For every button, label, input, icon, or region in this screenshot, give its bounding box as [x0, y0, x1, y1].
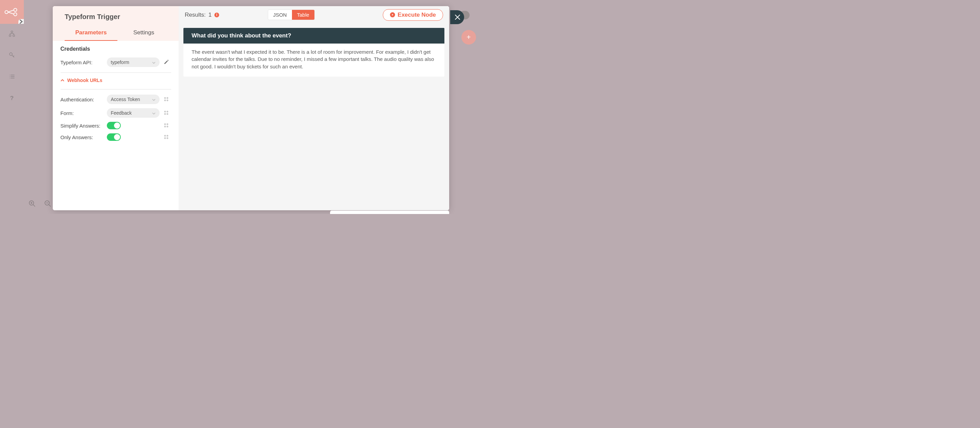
svg-point-31 — [164, 123, 166, 125]
svg-point-23 — [164, 97, 166, 99]
node-output-panel: Results: 1 i JSON Table Execute Node Wh — [179, 6, 449, 211]
simplify-toggle[interactable] — [107, 122, 121, 129]
chevron-down-icon — [152, 110, 156, 116]
svg-point-28 — [166, 111, 168, 112]
form-value: Feedback — [111, 110, 132, 116]
svg-line-21 — [49, 205, 51, 207]
node-editor-modal: Typeform Trigger Parameters Settings Cre… — [53, 6, 449, 211]
credentials-heading: Credentials — [60, 46, 171, 52]
svg-rect-5 — [11, 31, 13, 33]
webhook-urls-toggle[interactable]: Webhook URLs — [60, 76, 171, 86]
auth-value: Access Token — [111, 97, 140, 102]
svg-point-38 — [166, 137, 168, 139]
auth-select[interactable]: Access Token — [107, 95, 159, 104]
svg-point-32 — [166, 123, 168, 125]
close-icon — [454, 14, 461, 21]
app-logo[interactable] — [0, 0, 24, 24]
close-button[interactable] — [450, 10, 464, 24]
svg-rect-7 — [13, 35, 14, 37]
zoom-controls — [29, 200, 51, 207]
sidebar-collapse-toggle[interactable] — [18, 19, 24, 24]
result-question: What did you think about the event? — [183, 28, 444, 43]
view-json-button[interactable]: JSON — [268, 10, 292, 20]
form-select[interactable]: Feedback — [107, 108, 159, 118]
view-mode-segmented: JSON Table — [268, 10, 315, 20]
svg-point-33 — [164, 126, 166, 127]
help-icon[interactable]: ? — [9, 95, 15, 101]
svg-point-36 — [166, 135, 168, 137]
node-config-panel: Typeform Trigger Parameters Settings Cre… — [53, 6, 179, 211]
edit-credential-icon[interactable] — [164, 59, 169, 65]
only-answers-label: Only Answers: — [60, 134, 107, 140]
credential-value: typeform — [111, 59, 129, 65]
svg-text:?: ? — [10, 95, 14, 101]
only-answers-toggle[interactable] — [107, 134, 121, 141]
execute-label: Execute Node — [398, 11, 436, 18]
results-label: Results: — [185, 11, 205, 18]
svg-point-27 — [164, 111, 166, 112]
chevron-down-icon — [152, 59, 156, 65]
zoom-out-icon[interactable] — [44, 200, 51, 207]
credentials-icon[interactable] — [9, 52, 15, 58]
executions-icon[interactable] — [9, 73, 15, 80]
param-options-icon[interactable] — [163, 134, 169, 140]
credential-label: Typeform API: — [60, 59, 107, 65]
param-options-icon[interactable] — [163, 123, 169, 129]
form-label: Form: — [60, 110, 107, 116]
svg-point-34 — [166, 126, 168, 127]
svg-rect-6 — [9, 35, 11, 37]
svg-point-30 — [166, 113, 168, 115]
svg-point-24 — [166, 97, 168, 99]
execute-node-button[interactable]: Execute Node — [383, 9, 443, 21]
param-options-icon[interactable] — [163, 110, 169, 116]
play-icon — [390, 12, 395, 18]
svg-point-0 — [5, 11, 8, 14]
result-answer: The event wasn't what I expected it to b… — [183, 43, 444, 76]
bottom-panel-peek[interactable] — [330, 211, 449, 214]
param-options-icon[interactable] — [163, 96, 169, 103]
simplify-label: Simplify Answers: — [60, 123, 107, 129]
credential-select[interactable]: typeform — [107, 57, 159, 67]
svg-point-1 — [14, 8, 17, 11]
svg-point-26 — [166, 99, 168, 101]
auth-label: Authentication: — [60, 97, 107, 102]
view-table-button[interactable]: Table — [292, 10, 314, 20]
zoom-in-icon[interactable] — [29, 200, 36, 207]
config-tabs: Parameters Settings — [65, 25, 170, 41]
svg-point-2 — [14, 13, 17, 16]
chevron-down-icon — [152, 97, 156, 102]
info-icon[interactable]: i — [215, 13, 219, 18]
svg-point-35 — [164, 135, 166, 137]
svg-line-17 — [33, 205, 35, 207]
node-title: Typeform Trigger — [65, 13, 170, 21]
svg-point-29 — [164, 113, 166, 115]
workflows-icon[interactable] — [9, 30, 15, 37]
add-node-button[interactable]: + — [461, 30, 476, 45]
svg-point-37 — [164, 137, 166, 139]
app-sidebar: ? — [0, 0, 24, 214]
svg-line-4 — [8, 12, 14, 14]
chevron-up-icon — [60, 79, 64, 82]
webhook-urls-label: Webhook URLs — [67, 78, 102, 83]
results-count: 1 — [208, 11, 211, 18]
tab-settings[interactable]: Settings — [118, 25, 170, 41]
svg-point-25 — [164, 99, 166, 101]
tab-parameters[interactable]: Parameters — [65, 25, 118, 41]
result-card: What did you think about the event? The … — [183, 28, 444, 76]
svg-line-3 — [8, 10, 14, 12]
